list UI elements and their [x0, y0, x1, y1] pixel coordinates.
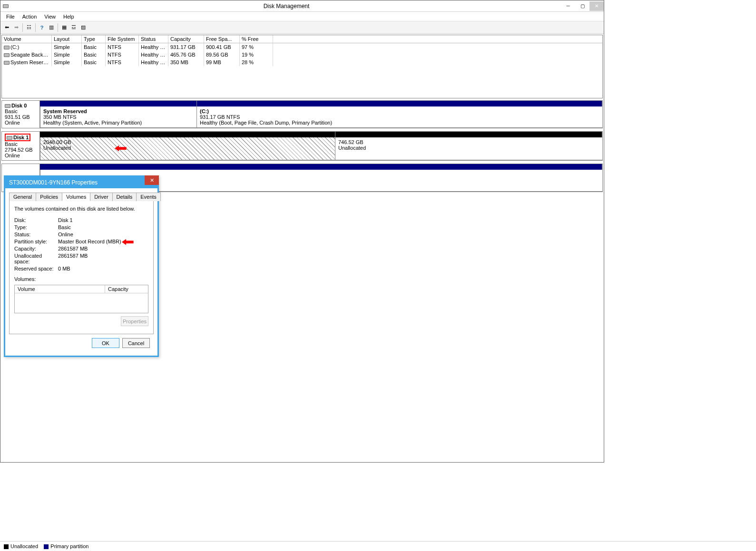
- highlight-annotation: Disk 1: [5, 134, 30, 141]
- tab-events[interactable]: Events: [136, 193, 161, 201]
- app-icon: [2, 2, 10, 10]
- arrow-annotation: ⬅: [122, 236, 134, 248]
- separator: [58, 23, 58, 32]
- forward-button[interactable]: ➡: [12, 23, 20, 32]
- disk1-unallocated-2[interactable]: 746.52 GB Unallocated: [335, 137, 603, 160]
- arrow-annotation: ⬅: [115, 142, 127, 155]
- col-capacity[interactable]: Capacity: [168, 35, 204, 43]
- separator: [22, 23, 23, 32]
- volume-row[interactable]: (C:)SimpleBasicNTFSHealthy (B...931.17 G…: [2, 43, 602, 51]
- col-pctfree[interactable]: % Free: [240, 35, 273, 43]
- volumes-label: Volumes:: [14, 276, 148, 282]
- back-button[interactable]: ⬅: [2, 23, 11, 32]
- menu-view[interactable]: View: [40, 13, 59, 20]
- toolbar-icon-3[interactable]: ▦: [60, 23, 69, 32]
- toolbar-icon-4[interactable]: ☲: [69, 23, 78, 32]
- properties-dialog: ST3000DM001-9YN166 Properties ✕ General …: [4, 175, 159, 357]
- tab-volumes[interactable]: Volumes: [62, 193, 90, 201]
- tab-policies[interactable]: Policies: [36, 193, 62, 201]
- close-button[interactable]: ✕: [589, 1, 604, 11]
- dialog-title: ST3000DM001-9YN166 Properties: [9, 179, 98, 186]
- tab-details[interactable]: Details: [112, 193, 137, 201]
- tab-general[interactable]: General: [9, 193, 36, 201]
- help-icon[interactable]: ?: [38, 23, 46, 32]
- disk-row-0[interactable]: Disk 0 Basic 931.51 GB Online System Res…: [1, 100, 603, 128]
- maximize-button[interactable]: ▢: [575, 1, 589, 11]
- disk-icon: [7, 136, 12, 140]
- minimize-button[interactable]: ─: [561, 1, 575, 11]
- toolbar-icon-1[interactable]: ☷: [25, 23, 33, 32]
- col-type[interactable]: Type: [82, 35, 106, 43]
- menu-action[interactable]: Action: [19, 13, 41, 20]
- volume-list-body[interactable]: (C:)SimpleBasicNTFSHealthy (B...931.17 G…: [2, 43, 602, 98]
- disk1-unallocated-1[interactable]: 2048.00 GB ⬅ Unallocated: [40, 137, 335, 160]
- vols-col-capacity: Capacity: [105, 285, 131, 293]
- toolbar-icon-5[interactable]: ▨: [79, 23, 88, 32]
- window-title: Disk Management: [12, 3, 561, 10]
- dialog-close-button[interactable]: ✕: [145, 175, 159, 185]
- properties-button: Properties: [121, 316, 148, 326]
- volume-row[interactable]: System ReservedSimpleBasicNTFSHealthy (S…: [2, 58, 602, 66]
- dialog-intro: The volumes contained on this disk are l…: [14, 206, 148, 212]
- disk-row-1[interactable]: Disk 1 Basic 2794.52 GB Online 2048.00 G…: [1, 131, 603, 161]
- ok-button[interactable]: OK: [92, 338, 119, 348]
- tab-driver[interactable]: Driver: [90, 193, 112, 201]
- volume-list-header: Volume Layout Type File System Status Ca…: [2, 35, 602, 43]
- disk0-partition-c[interactable]: (C:) 931.17 GB NTFS Healthy (Boot, Page …: [196, 106, 603, 128]
- cancel-button[interactable]: Cancel: [122, 338, 150, 348]
- menu-file[interactable]: File: [2, 13, 19, 20]
- vols-col-volume: Volume: [15, 285, 105, 293]
- col-status[interactable]: Status: [139, 35, 168, 43]
- col-filesystem[interactable]: File System: [106, 35, 139, 43]
- volumes-listbox[interactable]: Volume Capacity: [14, 285, 148, 313]
- disk-icon: [5, 104, 10, 108]
- disk0-partition-systemreserved[interactable]: System Reserved 350 MB NTFS Healthy (Sys…: [40, 106, 197, 128]
- col-volume[interactable]: Volume: [2, 35, 52, 43]
- col-layout[interactable]: Layout: [52, 35, 82, 43]
- volume-row[interactable]: Seagate Backup Pl...SimpleBasicNTFSHealt…: [2, 51, 602, 58]
- col-freespace[interactable]: Free Spa...: [204, 35, 240, 43]
- menu-help[interactable]: Help: [59, 13, 78, 20]
- disk1-label: Disk 1 Basic 2794.52 GB Online: [2, 132, 40, 160]
- separator: [35, 23, 36, 32]
- disk0-label: Disk 0 Basic 931.51 GB Online: [2, 101, 40, 128]
- toolbar-icon-2[interactable]: ▥: [47, 23, 56, 32]
